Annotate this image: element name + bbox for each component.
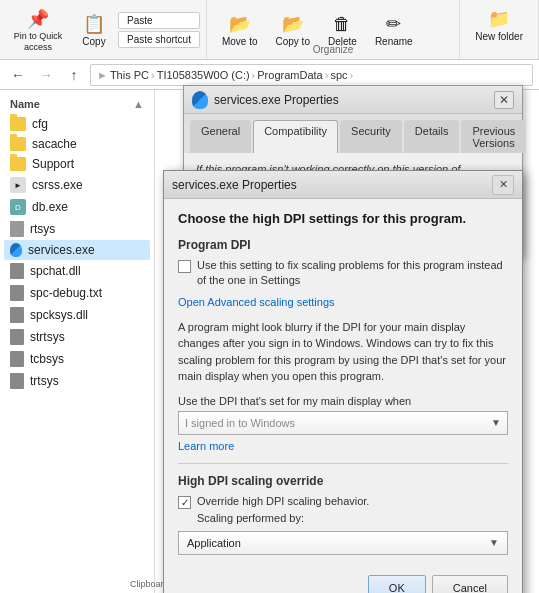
ribbon-group-organize-label: Organize (313, 44, 354, 55)
inner-cancel-button[interactable]: Cancel (432, 575, 508, 593)
breadcrumb[interactable]: ► This PC › TI105835W0O (C:) › ProgramDa… (90, 64, 533, 86)
dropdown-arrow-icon: ▼ (491, 417, 501, 428)
file-icon-spcksys (10, 307, 24, 323)
copy-to-btn[interactable]: 📂 Copy to (269, 9, 317, 50)
breadcrumb-programdata[interactable]: ProgramData (257, 69, 322, 81)
file-icon-spcdebug (10, 285, 24, 301)
dpi-dropdown-value: I signed in to Windows (185, 417, 295, 429)
file-icon-trtsys (10, 373, 24, 389)
inner-dialog-subtitle: Choose the high DPI settings for this pr… (178, 211, 508, 226)
file-icon-tcbsys (10, 351, 24, 367)
new-folder-btn[interactable]: 📁 New folder (468, 4, 530, 45)
sidebar-item-spcksys[interactable]: spcksys.dll (4, 304, 150, 326)
section-divider (178, 463, 508, 464)
ribbon-group-quick-access: 📌 Pin to Quick access 📋 Copy Paste Paste… (0, 0, 207, 59)
move-to-btn[interactable]: 📂 Move to (215, 9, 265, 50)
breadcrumb-this-pc[interactable]: This PC (110, 69, 149, 81)
tab-bar: General Compatibility Security Details P… (184, 114, 522, 153)
breadcrumb-sep4: › (350, 69, 354, 81)
exe-icon-csrss: ► (10, 177, 26, 193)
override-section: High DPI scaling override Override high … (178, 474, 508, 555)
paste-btn[interactable]: Paste (118, 12, 200, 29)
shield-icon-services (10, 243, 22, 257)
sidebar: Name ▲ cfg sacache Support ► csrss.exe D… (0, 90, 155, 593)
dpi-dropdown[interactable]: I signed in to Windows ▼ (178, 411, 508, 435)
folder-icon-support (10, 157, 26, 171)
delete-icon: 🗑 (330, 12, 354, 36)
sidebar-item-sacache[interactable]: sacache (4, 134, 150, 154)
checkbox1[interactable] (178, 260, 191, 273)
paste-shortcut-btn[interactable]: Paste shortcut (118, 31, 200, 48)
pin-to-quick-access-btn[interactable]: 📌 Pin to Quick access (6, 4, 70, 56)
sidebar-header: Name ▲ (4, 96, 150, 114)
sidebar-item-strtsys[interactable]: strtsys (4, 326, 150, 348)
back-button[interactable]: ← (6, 63, 30, 87)
pin-icon: 📌 (26, 7, 50, 31)
sidebar-item-cfg[interactable]: cfg (4, 114, 150, 134)
sidebar-item-tcbsys[interactable]: tcbsys (4, 348, 150, 370)
copy-to-icon: 📂 (281, 12, 305, 36)
tab-security[interactable]: Security (340, 120, 402, 153)
breadcrumb-sep3: › (325, 69, 329, 81)
sidebar-item-spcdebug[interactable]: spc-debug.txt (4, 282, 150, 304)
sidebar-collapse-icon[interactable]: ▲ (133, 98, 144, 110)
sidebar-item-db[interactable]: D db.exe (4, 196, 150, 218)
file-icon-rtsys (10, 221, 24, 237)
checkbox2-row: Override high DPI scaling behavior. Scal… (178, 494, 508, 527)
inner-dpi-dialog: services.exe Properties ✕ Choose the hig… (163, 170, 523, 593)
checkbox2-sub: Scaling performed by: (197, 511, 369, 526)
scaling-dropdown-arrow-icon: ▼ (489, 537, 499, 548)
outer-dialog-close-button[interactable]: ✕ (494, 91, 514, 109)
rename-btn[interactable]: ✏ Rename (368, 9, 420, 50)
breadcrumb-drive[interactable]: TI105835W0O (C:) (157, 69, 250, 81)
sidebar-item-rtsys[interactable]: rtsys (4, 218, 150, 240)
inner-dialog-close-button[interactable]: ✕ (492, 175, 514, 195)
move-icon: 📂 (228, 12, 252, 36)
tab-previous-versions[interactable]: Previous Versions (461, 120, 526, 153)
sidebar-item-spchat[interactable]: spchat.dll (4, 260, 150, 282)
inner-ok-button[interactable]: OK (368, 575, 426, 593)
forward-button[interactable]: → (34, 63, 58, 87)
scaling-dropdown[interactable]: Application ▼ (178, 531, 508, 555)
sidebar-item-support[interactable]: Support (4, 154, 150, 174)
tab-general[interactable]: General (190, 120, 251, 153)
file-icon-strtsys (10, 329, 24, 345)
copy-btn[interactable]: 📋 Copy (74, 9, 114, 50)
checkbox1-label: Use this setting to fix scaling problems… (197, 258, 508, 289)
scaling-value: Application (187, 537, 241, 549)
inner-dialog-content: Choose the high DPI settings for this pr… (164, 199, 522, 567)
tab-details[interactable]: Details (404, 120, 460, 153)
open-scaling-link[interactable]: Open Advanced scaling settings (178, 296, 335, 308)
inner-dialog-titlebar: services.exe Properties ✕ (164, 171, 522, 199)
breadcrumb-arrow: ► (97, 69, 108, 81)
learn-more-link[interactable]: Learn more (178, 440, 234, 452)
breadcrumb-sep1: › (151, 69, 155, 81)
outer-dialog-title: services.exe Properties (214, 93, 488, 107)
high-dpi-label: High DPI scaling override (178, 474, 508, 488)
folder-icon-cfg (10, 117, 26, 131)
ribbon: 📌 Pin to Quick access 📋 Copy Paste Paste… (0, 0, 539, 60)
ribbon-group-new: 📁 New folder (460, 0, 539, 59)
sidebar-item-trtsys[interactable]: trtsys (4, 370, 150, 392)
folder-icon-sacache (10, 137, 26, 151)
breadcrumb-sep2: › (252, 69, 256, 81)
sidebar-item-csrss[interactable]: ► csrss.exe (4, 174, 150, 196)
pin-label: Pin to Quick access (13, 31, 63, 53)
exe-icon-db: D (10, 199, 26, 215)
rename-icon: ✏ (382, 12, 406, 36)
copy-label: Copy (82, 36, 105, 47)
ribbon-group-organize: 📂 Move to 📂 Copy to 🗑 Delete ✏ Rename Or… (207, 0, 460, 59)
inner-dialog-title: services.exe Properties (172, 178, 492, 192)
dropdown-label: Use the DPI that's set for my main displ… (178, 395, 508, 407)
program-dpi-label: Program DPI (178, 238, 508, 252)
checkbox2[interactable] (178, 496, 191, 509)
up-button[interactable]: ↑ (62, 63, 86, 87)
breadcrumb-spc[interactable]: spc (330, 69, 347, 81)
tab-compatibility[interactable]: Compatibility (253, 120, 338, 153)
inner-dialog-buttons: OK Cancel (164, 567, 522, 593)
checkbox2-label: Override high DPI scaling behavior. (197, 494, 369, 509)
checkbox1-row: Use this setting to fix scaling problems… (178, 258, 508, 289)
sidebar-item-services[interactable]: services.exe (4, 240, 150, 260)
new-folder-icon: 📁 (487, 7, 511, 31)
desc-text: A program might look blurry if the DPI f… (178, 319, 508, 385)
